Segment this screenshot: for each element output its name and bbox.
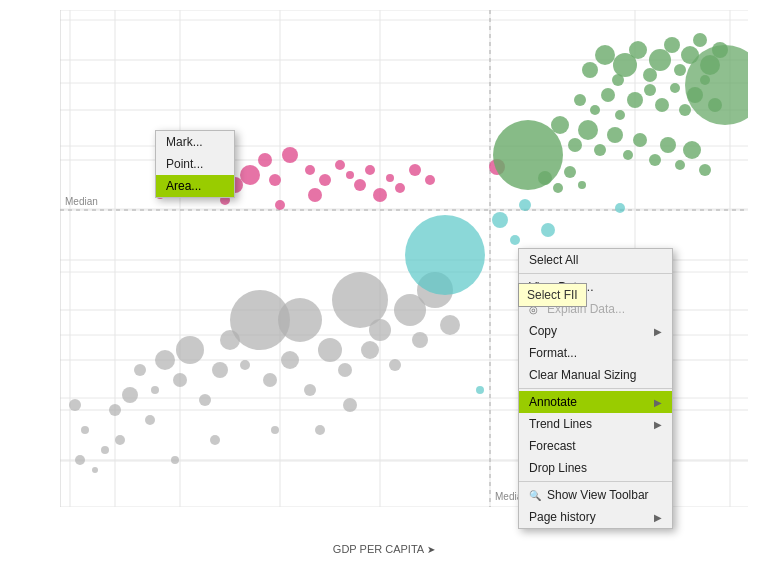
svg-point-140 <box>693 33 707 47</box>
svg-point-134 <box>629 41 647 59</box>
menu-separator-1 <box>519 273 672 274</box>
svg-text:Median: Median <box>65 196 98 207</box>
svg-point-118 <box>354 179 366 191</box>
svg-point-109 <box>240 165 260 185</box>
svg-point-146 <box>615 110 625 120</box>
menu-item-explain-data: ◎ Explain Data... <box>519 298 672 320</box>
svg-point-70 <box>151 386 159 394</box>
menu-item-copy[interactable]: Copy ▶ <box>519 320 672 342</box>
svg-point-95 <box>171 456 179 464</box>
svg-point-148 <box>644 84 656 96</box>
menu-item-format[interactable]: Format... <box>519 342 672 364</box>
copy-submenu-arrow: ▶ <box>654 326 662 337</box>
svg-point-161 <box>623 150 633 160</box>
svg-point-76 <box>212 362 228 378</box>
menu-separator-2 <box>519 388 672 389</box>
svg-point-138 <box>674 64 686 76</box>
svg-point-65 <box>101 446 109 454</box>
svg-point-67 <box>109 404 121 416</box>
svg-point-73 <box>145 415 155 425</box>
svg-point-61 <box>69 399 81 411</box>
svg-point-159 <box>594 144 606 156</box>
svg-point-84 <box>278 298 322 342</box>
svg-point-164 <box>660 137 676 153</box>
svg-point-82 <box>271 426 279 434</box>
svg-point-163 <box>649 154 661 166</box>
svg-point-99 <box>405 215 485 295</box>
menu-item-drop-lines[interactable]: Drop Lines <box>519 457 672 479</box>
menu-item-show-view-toolbar[interactable]: 🔍 Show View Toolbar <box>519 484 672 506</box>
trend-lines-submenu-arrow: ▶ <box>654 419 662 430</box>
x-axis-arrow-icon: ➤ <box>427 544 435 555</box>
svg-point-104 <box>541 223 555 237</box>
svg-point-160 <box>607 127 623 143</box>
svg-point-64 <box>92 467 98 473</box>
svg-point-150 <box>670 83 680 93</box>
menu-item-select-all[interactable]: Select All <box>519 249 672 271</box>
svg-point-92 <box>412 332 428 348</box>
svg-point-122 <box>395 183 405 193</box>
svg-point-123 <box>409 164 421 176</box>
svg-point-157 <box>568 138 582 152</box>
svg-point-75 <box>199 394 211 406</box>
svg-point-170 <box>564 166 576 178</box>
svg-point-101 <box>510 235 520 245</box>
svg-point-66 <box>115 435 125 445</box>
svg-point-88 <box>361 341 379 359</box>
svg-point-136 <box>649 49 671 71</box>
svg-point-137 <box>664 37 680 53</box>
svg-point-62 <box>81 426 89 434</box>
submenu-item-mark[interactable]: Mark... <box>156 131 234 153</box>
svg-point-80 <box>263 373 277 387</box>
svg-point-124 <box>425 175 435 185</box>
menu-item-view-data[interactable]: View Data... <box>519 276 672 298</box>
svg-point-147 <box>627 92 643 108</box>
svg-point-81 <box>281 351 299 369</box>
svg-point-100 <box>492 212 508 228</box>
svg-point-115 <box>319 174 331 186</box>
submenu-item-point[interactable]: Point... <box>156 153 234 175</box>
svg-point-116 <box>335 160 345 170</box>
svg-point-120 <box>373 188 387 202</box>
menu-item-annotate[interactable]: Annotate ▶ <box>519 391 672 413</box>
page-history-submenu-arrow: ▶ <box>654 512 662 523</box>
svg-point-97 <box>315 425 325 435</box>
svg-point-94 <box>440 315 460 335</box>
svg-point-102 <box>519 199 531 211</box>
svg-point-119 <box>365 165 375 175</box>
menu-item-clear-manual-sizing[interactable]: Clear Manual Sizing <box>519 364 672 386</box>
svg-point-89 <box>369 319 391 341</box>
svg-point-167 <box>699 164 711 176</box>
svg-point-111 <box>269 174 281 186</box>
svg-point-144 <box>590 105 600 115</box>
svg-point-96 <box>210 435 220 445</box>
x-axis-label: GDP PER CAPITA ➤ <box>333 543 435 555</box>
svg-point-168 <box>538 171 552 185</box>
menu-item-trend-lines[interactable]: Trend Lines ▶ <box>519 413 672 435</box>
svg-point-151 <box>679 104 691 116</box>
svg-point-162 <box>633 133 647 147</box>
svg-point-135 <box>643 68 657 82</box>
menu-item-page-history[interactable]: Page history ▶ <box>519 506 672 528</box>
svg-point-158 <box>578 120 598 140</box>
show-toolbar-icon: 🔍 <box>529 490 543 501</box>
svg-point-126 <box>275 200 285 210</box>
annotate-submenu-arrow: ▶ <box>654 397 662 408</box>
svg-point-129 <box>493 120 563 190</box>
svg-point-63 <box>75 455 85 465</box>
explain-data-icon: ◎ <box>529 304 543 315</box>
context-menu: Select All View Data... ◎ Explain Data..… <box>518 248 673 529</box>
svg-point-145 <box>601 88 615 102</box>
svg-point-130 <box>582 62 598 78</box>
svg-point-71 <box>155 350 175 370</box>
svg-point-143 <box>574 94 586 106</box>
svg-point-156 <box>551 116 569 134</box>
annotate-submenu: Mark... Point... Area... <box>155 130 235 198</box>
menu-item-forecast[interactable]: Forecast <box>519 435 672 457</box>
svg-point-114 <box>308 188 322 202</box>
svg-point-110 <box>258 153 272 167</box>
svg-point-106 <box>615 203 625 213</box>
svg-point-69 <box>134 364 146 376</box>
svg-point-166 <box>683 141 701 159</box>
submenu-item-area[interactable]: Area... <box>156 175 234 197</box>
